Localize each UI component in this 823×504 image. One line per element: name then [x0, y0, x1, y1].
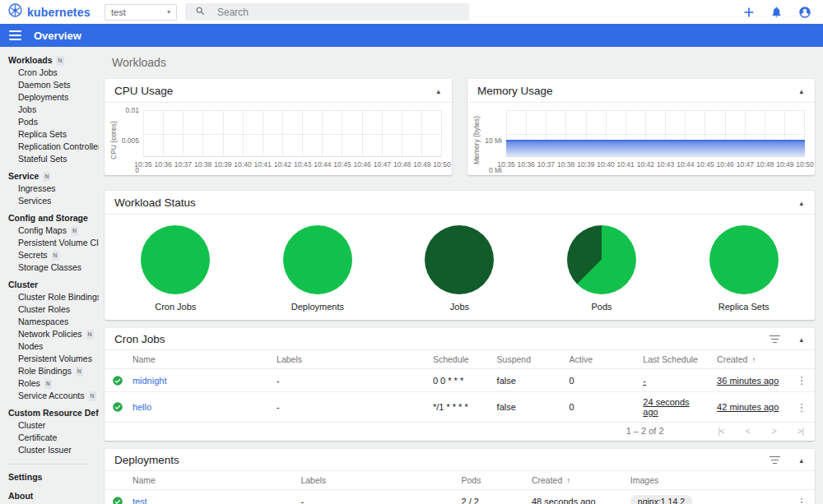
collapse-card-icon[interactable]: ▴: [797, 199, 805, 207]
column-header-suspend[interactable]: Suspend: [491, 350, 563, 369]
cronjob-name-link[interactable]: hello: [133, 402, 151, 412]
pie-chart: [141, 225, 210, 294]
sidebar-item-namespaces[interactable]: Namespaces: [8, 316, 99, 328]
sidebar-item-label: Config Maps: [18, 224, 67, 237]
column-header-last-schedule[interactable]: Last Schedule: [636, 350, 710, 369]
sidebar-item-label: Replication Controllers: [18, 141, 99, 153]
sidebar-item-label: Cluster Roles: [18, 303, 70, 316]
sidebar-section-label: Workloads: [8, 54, 52, 67]
deployment-name-link[interactable]: test: [133, 497, 147, 504]
column-header-labels[interactable]: Labels: [270, 350, 426, 369]
sidebar-item-storage-classes[interactable]: Storage Classes: [8, 261, 99, 274]
card-title: Memory Usage: [477, 85, 553, 97]
x-axis-tick-label: 10:35: [134, 160, 151, 169]
collapse-card-icon[interactable]: ▴: [797, 456, 805, 465]
sidebar-item-jobs[interactable]: Jobs: [8, 104, 99, 116]
pie-chart: [283, 225, 352, 294]
column-header-pods[interactable]: Pods: [454, 471, 524, 490]
column-header-active[interactable]: Active: [563, 350, 637, 369]
cell-suspend: false: [491, 392, 563, 423]
sidebar-item-nodes[interactable]: Nodes: [8, 340, 99, 353]
sidebar-item-cron-jobs[interactable]: Cron Jobs: [8, 67, 99, 79]
page-toolbar: Overview: [0, 24, 823, 47]
column-header-name[interactable]: Name: [126, 350, 270, 369]
cell-created: 42 minutes ago: [717, 402, 779, 412]
search-input[interactable]: [216, 6, 421, 19]
top-app-bar: kubernetes test ▾: [0, 0, 823, 24]
cronjob-name-link[interactable]: midnight: [133, 376, 167, 386]
sidebar-item-replication-controllers[interactable]: Replication Controllers: [8, 141, 99, 153]
search-bar[interactable]: [185, 3, 469, 21]
sidebar-item-label: Cluster Role Bindings: [18, 291, 99, 303]
collapse-card-icon[interactable]: ▴: [797, 335, 805, 344]
column-header-name[interactable]: Name: [126, 471, 295, 490]
sidebar-item-label: Namespaces: [18, 316, 68, 328]
column-header-labels[interactable]: Labels: [294, 471, 454, 490]
sort-ascending-icon: ↑: [751, 355, 756, 364]
namespace-selector[interactable]: test ▾: [105, 4, 177, 21]
sidebar-item-certificate[interactable]: Certificate: [8, 432, 99, 444]
x-axis-tick-label: 10:36: [518, 160, 535, 169]
sidebar-item-pods[interactable]: Pods: [8, 116, 99, 128]
last-page-icon[interactable]: >|: [797, 426, 803, 436]
x-axis-tick-label: 10:46: [354, 160, 371, 169]
sidebar-item-roles[interactable]: RolesN: [8, 377, 99, 390]
column-header-schedule[interactable]: Schedule: [426, 350, 491, 369]
row-actions-kebab-icon[interactable]: ⋮: [788, 490, 815, 504]
sidebar-section-label: Config and Storage: [8, 212, 88, 224]
cpu-usage-chart: CPU (cores) 0.01 0.005 0 10:3510:3610:37…: [105, 103, 452, 175]
sidebar-item-cluster-issuer[interactable]: Cluster Issuer: [8, 444, 99, 456]
column-header-created[interactable]: Created↑: [710, 350, 788, 369]
sidebar-section-config-and-storage: Config and Storage: [8, 212, 99, 224]
filter-icon[interactable]: [769, 333, 781, 345]
cell-active: 0: [563, 369, 637, 392]
x-axis-tick-label: 10:48: [756, 160, 774, 169]
user-account-icon[interactable]: [798, 6, 811, 19]
x-axis-tick-label: 10:50: [796, 160, 813, 169]
pie-chart: [425, 225, 494, 294]
first-page-icon[interactable]: |<: [718, 426, 724, 436]
table-row: test - 2 / 2 48 seconds ago nginx:1.14.2…: [105, 490, 815, 504]
sidebar-item-label: Cluster: [18, 419, 45, 432]
y-tick-label: 10 Mi: [485, 136, 502, 145]
row-actions-kebab-icon[interactable]: ⋮: [788, 369, 815, 392]
sidebar-item-services[interactable]: Services: [8, 195, 99, 207]
sidebar-item-service-accounts[interactable]: Service AccountsN: [8, 390, 99, 402]
row-actions-kebab-icon[interactable]: ⋮: [788, 392, 815, 423]
sidebar-item-cluster-roles[interactable]: Cluster Roles: [8, 303, 99, 316]
sidebar-item-label: Persistent Volume Claims: [18, 237, 99, 249]
menu-hamburger-icon[interactable]: [9, 28, 21, 43]
sidebar-item-stateful-sets[interactable]: Stateful Sets: [8, 153, 99, 165]
sidebar-item-cluster-role-bindings[interactable]: Cluster Role Bindings: [8, 291, 99, 303]
sidebar-item-about[interactable]: About: [8, 490, 99, 502]
x-axis-tick-label: 10:43: [657, 160, 674, 169]
sidebar-item-config-maps[interactable]: Config MapsN: [8, 224, 99, 237]
next-page-icon[interactable]: >: [771, 426, 775, 436]
sidebar-item-settings[interactable]: Settings: [8, 471, 99, 483]
sidebar-item-persistent-volume-claims[interactable]: Persistent Volume ClaimsN: [8, 237, 99, 249]
sidebar-item-secrets[interactable]: SecretsN: [8, 249, 99, 261]
sidebar-item-daemon-sets[interactable]: Daemon Sets: [8, 79, 99, 91]
column-header-created[interactable]: Created↑: [525, 471, 624, 490]
sidebar-item-network-policies[interactable]: Network PoliciesN: [8, 328, 99, 340]
sidebar-item-ingresses[interactable]: Ingresses: [8, 183, 99, 195]
kubernetes-logo[interactable]: kubernetes: [8, 3, 100, 21]
column-header-images[interactable]: Images: [624, 471, 788, 490]
sidebar-item-replica-sets[interactable]: Replica Sets: [8, 128, 99, 141]
collapse-card-icon[interactable]: ▴: [435, 87, 442, 95]
sidebar-item-role-bindings[interactable]: Role BindingsN: [8, 365, 99, 377]
y-tick-label: 0.01: [125, 106, 139, 114]
workload-status-cron-jobs: Cron Jobs: [105, 225, 247, 312]
notifications-bell-icon[interactable]: [770, 6, 783, 18]
sidebar-item-deployments[interactable]: Deployments: [8, 91, 99, 104]
deployments-table: Name Labels Pods Created↑ Images test - …: [105, 471, 815, 504]
sidebar-item-persistent-volumes[interactable]: Persistent Volumes: [8, 353, 99, 365]
collapse-card-icon[interactable]: ▴: [797, 87, 805, 95]
filter-icon[interactable]: [769, 454, 781, 466]
previous-page-icon[interactable]: <: [746, 426, 750, 436]
sidebar-item-label: Storage Classes: [18, 261, 81, 274]
sidebar-item-cluster[interactable]: Cluster: [8, 419, 99, 432]
status-ok-icon: [105, 392, 126, 423]
create-resource-button[interactable]: [743, 7, 755, 18]
sidebar-item-label: Network Policies: [18, 328, 82, 340]
